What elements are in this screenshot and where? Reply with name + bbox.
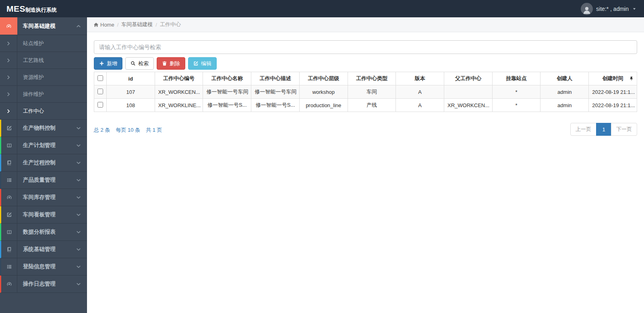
- table-cell: 2022-08-19 21:1...: [589, 85, 637, 99]
- search-input[interactable]: [94, 40, 637, 54]
- chevron-down-icon: [76, 195, 81, 200]
- breadcrumb: Home / 车间基础建模 / 工作中心: [87, 17, 644, 32]
- pagination-row: 总 2 条 每页 10 条 共 1 页 上一页 1 下一页: [94, 123, 637, 136]
- sidebar-group-operation-log[interactable]: 操作日志管理: [0, 276, 87, 293]
- table-cell: 108: [107, 99, 155, 112]
- chevron-up-icon: [76, 23, 81, 29]
- columns-icon: [1, 137, 17, 154]
- pin-icon[interactable]: [629, 76, 634, 81]
- user-label: site:* , admin: [596, 6, 629, 12]
- table-cell: XR_WORKLINE...: [155, 99, 203, 112]
- table-cell: 车间: [348, 85, 396, 99]
- table-cell: production_line: [299, 99, 348, 112]
- sidebar-item-label: 站点维护: [23, 40, 44, 47]
- chevron-right-icon: [0, 103, 17, 119]
- columns-icon: [1, 224, 17, 240]
- table-cell: admin: [540, 85, 589, 99]
- sidebar-group-material-control[interactable]: 生产物料控制: [0, 120, 87, 137]
- work-center-table: id 工作中心编号 工作中心名称 工作中心描述 工作中心层级 工作中心类型 版本…: [94, 72, 637, 112]
- sidebar-item-station-maintenance[interactable]: 站点维护: [0, 35, 87, 52]
- table-cell: 修一智能一号车间: [251, 85, 300, 99]
- sidebar-group-label: 系统基础管理: [23, 246, 56, 253]
- sidebar-group-report-analysis[interactable]: 数据分析报表: [0, 224, 87, 241]
- delete-button-label: 删除: [170, 60, 180, 67]
- table-row[interactable]: 108 XR_WORKLINE... 修一智能一号S... 修一智能一号S...…: [94, 99, 637, 112]
- add-button[interactable]: 新增: [94, 57, 122, 70]
- per-page-count: 每页 10 条: [116, 126, 140, 134]
- table-cell: *: [492, 85, 540, 99]
- app-logo: MES制造执行系统: [0, 4, 87, 14]
- table-cell: A: [396, 85, 444, 99]
- pager: 上一页 1 下一页: [570, 123, 637, 136]
- sidebar-item-operation-maintenance[interactable]: 操作维护: [0, 86, 87, 103]
- chevron-down-icon: [76, 229, 81, 235]
- pencil-square-icon: [1, 206, 17, 223]
- page-1-button[interactable]: 1: [596, 123, 611, 136]
- sidebar-group-quality-management[interactable]: 产品质量管理: [0, 172, 87, 189]
- prev-page-button[interactable]: 上一页: [570, 123, 596, 136]
- breadcrumb-current: 工作中心: [160, 21, 181, 28]
- sidebar-group-board-management[interactable]: 车间看板管理: [0, 206, 87, 224]
- sidebar-group-label: 车间基础建模: [23, 23, 56, 30]
- caret-down-icon: [632, 6, 637, 11]
- sidebar-item-process-route[interactable]: 工艺路线: [0, 52, 87, 69]
- chevron-down-icon: [76, 160, 81, 166]
- chevron-right-icon: [0, 52, 17, 68]
- table-cell: 产线: [348, 99, 396, 112]
- search-button-label: 检索: [138, 60, 149, 67]
- chevron-down-icon: [76, 212, 81, 218]
- th-list-icon: [1, 258, 17, 275]
- table-cell: [444, 85, 493, 99]
- row-checkbox-cell: [94, 85, 107, 99]
- sidebar-group-label: 数据分析报表: [23, 228, 56, 236]
- sidebar-group-label: 登陆信息管理: [23, 263, 56, 270]
- chevron-right-icon: [0, 86, 17, 102]
- user-menu[interactable]: site:* , admin: [581, 3, 644, 15]
- page-count: 共 1 页: [146, 126, 162, 134]
- sidebar-item-work-center[interactable]: 工作中心: [0, 103, 87, 120]
- chevron-right-icon: [0, 35, 17, 52]
- header-checkbox-cell: [94, 72, 107, 85]
- sidebar-group-workshop-modeling[interactable]: 车间基础建模: [0, 17, 87, 35]
- sidebar-item-label: 工作中心: [23, 108, 44, 115]
- table-cell: 2022-08-19 21:1...: [589, 99, 637, 112]
- avatar: [581, 3, 593, 15]
- sidebar: 车间基础建模 站点维护 工艺路线 资源维护 操作维护 工作中心: [0, 17, 87, 313]
- row-checkbox[interactable]: [97, 102, 103, 108]
- table-cell: *: [492, 99, 540, 112]
- row-checkbox[interactable]: [97, 89, 103, 94]
- sidebar-group-process-control[interactable]: 生产过程控制: [0, 154, 87, 172]
- table-header-label: 创建时间: [603, 75, 623, 81]
- table-header-cell: id: [107, 72, 155, 85]
- row-checkbox-cell: [94, 99, 107, 112]
- edit-button[interactable]: 编辑: [188, 57, 217, 70]
- table-header-cell: 挂靠站点: [492, 72, 540, 85]
- table-header-cell: 工作中心名称: [203, 72, 251, 85]
- sidebar-group-label: 产品质量管理: [23, 176, 56, 184]
- logo-text-rest: 制造执行系统: [25, 6, 57, 14]
- table-row[interactable]: 107 XR_WORKCEN... 修一智能一号车间 修一智能一号车间 work…: [94, 85, 637, 99]
- dashboard-icon: [1, 189, 17, 206]
- next-page-button[interactable]: 下一页: [611, 123, 637, 136]
- breadcrumb-separator: /: [114, 22, 122, 28]
- sidebar-group-label: 生产计划管理: [23, 142, 56, 149]
- table-header-row: id 工作中心编号 工作中心名称 工作中心描述 工作中心层级 工作中心类型 版本…: [94, 72, 637, 85]
- delete-button[interactable]: 删除: [157, 57, 185, 70]
- sidebar-group-system-management[interactable]: 系统基础管理: [0, 241, 87, 258]
- table-header-cell: 父工作中心: [444, 72, 493, 85]
- sidebar-group-login-info[interactable]: 登陆信息管理: [0, 258, 87, 276]
- breadcrumb-section[interactable]: 车间基础建模: [121, 21, 153, 28]
- add-button-label: 新增: [107, 60, 117, 67]
- sidebar-group-plan-management[interactable]: 生产计划管理: [0, 137, 87, 154]
- content-area: Home / 车间基础建模 / 工作中心 新增 检索 删除: [87, 17, 644, 313]
- table-header-cell: 工作中心编号: [155, 72, 203, 85]
- search-button[interactable]: 检索: [125, 57, 154, 70]
- sidebar-item-resource-maintenance[interactable]: 资源维护: [0, 69, 87, 86]
- select-all-checkbox[interactable]: [97, 75, 103, 81]
- chevron-down-icon: [76, 143, 81, 148]
- sidebar-group-inventory-management[interactable]: 车间库存管理: [0, 189, 87, 206]
- breadcrumb-home[interactable]: Home: [93, 22, 114, 28]
- book-icon: [1, 154, 17, 171]
- sidebar-item-label: 操作维护: [23, 91, 44, 98]
- total-count: 总 2 条: [94, 126, 110, 134]
